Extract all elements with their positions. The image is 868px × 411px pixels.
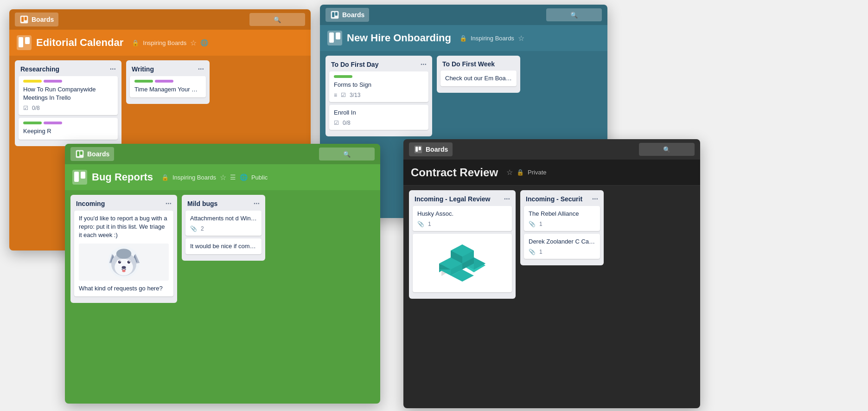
card-meta-forms: ≡ ☑ 3/13: [334, 92, 424, 98]
svg-point-31: [122, 266, 126, 269]
card-logo-card[interactable]: [413, 234, 512, 292]
more-icon-incoming-bugs[interactable]: ···: [166, 199, 172, 208]
list-researching: Researching ··· How To Run Companywide M…: [15, 60, 121, 146]
trello-icon-bugs: [75, 149, 84, 159]
more-icon-writing[interactable]: ···: [198, 65, 204, 73]
list-header-incoming-security: Incoming - Securit ···: [520, 190, 604, 206]
boards-button-contract[interactable]: Boards: [409, 142, 453, 156]
label-green: [23, 122, 42, 124]
boards-button-newhire[interactable]: Boards: [326, 8, 369, 22]
board-meta-newhire: 🔒 Inspiring Boards ☆: [460, 34, 524, 43]
card-text-attachments: Attachments not d Windows 10: [190, 214, 257, 223]
card-labels-keeping: [23, 122, 113, 124]
card-meta-companywide: ☑ 0/8: [23, 105, 113, 111]
board-header-editorial: Editorial Calendar 🔒 Inspiring Boards ☆ …: [9, 30, 311, 56]
card-url-timestamp[interactable]: It would be nice if comment's timesta co…: [185, 238, 262, 254]
board-title-newhire: New Hire Onboarding: [347, 32, 451, 44]
checklist-count-enroll: 0/8: [343, 120, 351, 126]
label-green-time: [134, 80, 153, 83]
search-bar-newhire[interactable]: 🔍: [546, 8, 602, 21]
star-icon-contract[interactable]: ☆: [506, 168, 513, 177]
svg-rect-10: [329, 32, 334, 43]
star-icon-bugs[interactable]: ☆: [220, 173, 226, 182]
nav-bar-newhire: Boards 🔍: [320, 5, 607, 25]
svg-rect-17: [81, 172, 85, 179]
checklist-count-forms: 3/13: [350, 92, 360, 98]
card-time-management[interactable]: Time Managem Your Side Proje: [130, 76, 206, 97]
search-bar-bugs[interactable]: 🔍: [319, 148, 375, 161]
list-header-first-day: To Do First Day ···: [326, 56, 432, 71]
list-todo-first-week: To Do First Week Check out our Em Board!: [437, 56, 520, 93]
list-incoming-legal: Incoming - Legal Review ··· Husky Assoc.…: [409, 190, 516, 299]
search-icon-newhire: 🔍: [570, 12, 578, 19]
boards-label-bugs: Boards: [87, 150, 109, 158]
svg-rect-35: [415, 147, 418, 152]
list-title-mild-bugs: Mild bugs: [187, 200, 217, 207]
card-attachments-win10[interactable]: Attachments not d Windows 10 📎 2: [185, 211, 262, 236]
more-icon-incoming-legal[interactable]: ···: [504, 195, 510, 203]
card-rebel-alliance[interactable]: The Rebel Alliance 📎 1: [524, 206, 600, 231]
svg-point-27: [118, 260, 121, 263]
label-green-forms: [334, 75, 352, 78]
star-icon-newhire[interactable]: ☆: [518, 34, 524, 43]
checklist-icon-forms: ☑: [341, 92, 346, 98]
board-header-newhire: New Hire Onboarding 🔒 Inspiring Boards ☆: [320, 25, 607, 51]
card-image-husky: [79, 244, 169, 281]
list-writing: Writing ··· Time Managem Your Side Proje: [126, 60, 210, 104]
card-derek-zoolander[interactable]: Derek Zoolander C Can't Read Good 📎 1: [524, 234, 600, 259]
globe-icon-bugs: 🌐: [240, 173, 248, 181]
search-bar-editorial[interactable]: 🔍: [249, 13, 305, 26]
card-checkout-board[interactable]: Check out our Em Board!: [440, 71, 517, 86]
list-incoming-security: Incoming - Securit ··· The Rebel Allianc…: [520, 190, 604, 265]
more-icon-researching[interactable]: ···: [110, 65, 116, 73]
nav-bar-editorial: Boards 🔍: [9, 9, 311, 30]
workspace-label-bugs: Inspiring Boards: [172, 174, 216, 181]
boards-button-bugs[interactable]: Boards: [70, 147, 114, 161]
svg-rect-7: [332, 12, 334, 17]
list-header-incoming-legal: Incoming - Legal Review ···: [409, 190, 516, 206]
svg-rect-8: [335, 12, 338, 16]
more-icon-incoming-security[interactable]: ···: [592, 195, 598, 203]
boards-label: Boards: [32, 16, 54, 23]
label-yellow: [23, 80, 42, 83]
workspace-label-newhire: Inspiring Boards: [471, 35, 514, 42]
card-companywide[interactable]: How To Run Companywide Meetings In Trell…: [19, 76, 118, 115]
card-husky-assoc[interactable]: Husky Assoc. 📎 1: [413, 206, 512, 231]
card-forms-to-sign[interactable]: Forms to Sign ≡ ☑ 3/13: [329, 71, 428, 102]
svg-point-29: [120, 261, 121, 262]
card-bug-instructions[interactable]: If you'd like to report a bug with a rep…: [74, 211, 173, 296]
label-purple-time: [155, 80, 173, 83]
lock-icon-editorial: 🔒: [132, 39, 139, 46]
svg-rect-1: [21, 17, 24, 22]
checklist-icon: ☑: [23, 105, 28, 111]
trello-icon-contract: [414, 145, 423, 154]
list-title-incoming-security: Incoming - Securit: [526, 195, 582, 203]
card-enroll-in[interactable]: Enroll In ☑ 0/8: [329, 105, 428, 130]
star-icon-editorial[interactable]: ☆: [190, 39, 197, 47]
card-text-bug-instructions: If you'd like to report a bug with a rep…: [79, 214, 169, 240]
attachment-count-rebel: 1: [539, 221, 542, 227]
more-icon-mild-bugs[interactable]: ···: [254, 199, 260, 208]
list-header-first-week: To Do First Week: [437, 56, 520, 71]
boards-button-editorial[interactable]: Boards: [15, 13, 58, 26]
attachment-icon-derek: 📎: [529, 249, 536, 255]
list-title-writing: Writing: [132, 65, 154, 73]
board-icon-bugs: [72, 170, 87, 185]
search-bar-contract[interactable]: 🔍: [639, 143, 695, 156]
desc-icon-forms: ≡: [334, 92, 337, 98]
card-keeping[interactable]: Keeping R: [19, 118, 118, 139]
attachment-icon: 📎: [190, 225, 197, 232]
trello-icon-newhire: [330, 10, 339, 19]
boards-label-newhire: Boards: [342, 11, 364, 19]
svg-rect-13: [77, 151, 79, 156]
card-meta-enroll: ☑ 0/8: [334, 120, 424, 126]
list-incoming-bugs: Incoming ··· If you'd like to report a b…: [70, 195, 177, 303]
search-icon-bugs: 🔍: [343, 151, 351, 158]
card-text-enroll: Enroll In: [334, 109, 424, 117]
menu-icon-bugs[interactable]: ☰: [230, 173, 236, 181]
checklist-count: 0/8: [32, 105, 40, 111]
attachment-icon-husky: 📎: [417, 221, 424, 227]
list-todo-first-day: To Do First Day ··· Forms to Sign ≡ ☑ 3/…: [326, 56, 432, 136]
more-icon-first-day[interactable]: ···: [421, 60, 427, 69]
search-icon: 🔍: [274, 16, 281, 23]
